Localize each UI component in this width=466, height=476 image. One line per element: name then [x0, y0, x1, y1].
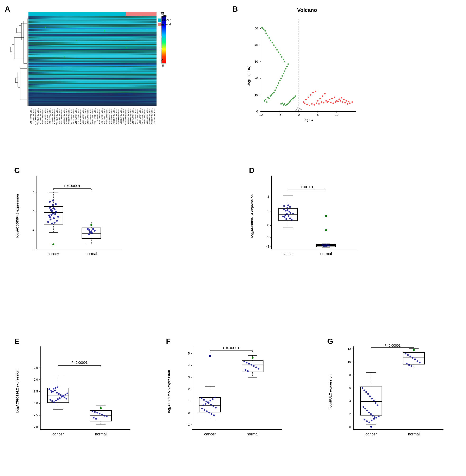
svg-point-586	[407, 354, 409, 356]
svg-text:TCGA-2H-A8YH-01A: TCGA-2H-A8YH-01A	[92, 108, 93, 124]
svg-point-593	[408, 364, 410, 366]
svg-rect-87	[28, 92, 157, 93]
svg-text:3: 3	[188, 375, 190, 379]
svg-rect-72	[28, 72, 157, 73]
heatmap-main	[28, 16, 157, 106]
svg-point-460	[93, 417, 95, 418]
svg-point-428	[58, 393, 60, 395]
svg-point-595	[413, 349, 415, 351]
svg-text:TCGA-2H-A8YC-01A: TCGA-2H-A8YC-01A	[146, 108, 148, 124]
svg-text:TCGA-W6-AA3Z-11A: TCGA-W6-AA3Z-11A	[40, 108, 41, 124]
svg-rect-62	[28, 59, 157, 60]
svg-text:-4: -4	[266, 245, 269, 249]
panel-f-label: F	[166, 337, 171, 346]
svg-text:cancer: cancer	[365, 432, 377, 436]
svg-rect-99	[76, 40, 77, 41]
svg-text:TCGA-W6-AA31-01A: TCGA-W6-AA31-01A	[58, 108, 60, 124]
svg-point-243	[324, 93, 326, 95]
svg-rect-70	[28, 70, 157, 71]
svg-text:6: 6	[33, 190, 34, 194]
svg-point-369	[285, 214, 286, 216]
svg-rect-58	[28, 54, 157, 55]
svg-point-311	[53, 217, 55, 219]
svg-text:cancer: cancer	[48, 252, 59, 256]
svg-point-221	[289, 101, 290, 103]
svg-rect-97	[28, 105, 157, 106]
svg-point-509	[214, 397, 216, 398]
svg-point-461	[95, 418, 97, 420]
svg-text:-log10 ( FDR): -log10 ( FDR)	[247, 65, 251, 86]
svg-rect-91	[28, 97, 157, 98]
svg-point-556	[363, 390, 365, 391]
svg-rect-37	[28, 27, 157, 28]
svg-point-216	[265, 33, 267, 34]
svg-point-242	[322, 95, 323, 97]
svg-point-315	[54, 222, 56, 224]
svg-rect-46	[28, 38, 157, 40]
svg-point-213	[270, 40, 271, 41]
svg-rect-100	[104, 30, 105, 32]
svg-text:TCGA-2H-A8YD-01A: TCGA-2H-A8YD-01A	[144, 108, 146, 124]
svg-point-445	[55, 387, 57, 389]
svg-text:8.5: 8.5	[34, 390, 38, 393]
svg-point-432	[66, 398, 67, 400]
svg-text:TCGA-W6-AA3S-01A: TCGA-W6-AA3S-01A	[66, 108, 67, 125]
svg-point-212	[271, 42, 273, 43]
heatmap-x-labels: TCGA-ZU-A8S5-11A TCGA-W6-AA4U-11A TCGA-W…	[28, 107, 157, 136]
svg-rect-93	[28, 100, 157, 101]
svg-point-336	[91, 232, 93, 234]
svg-text:P<0.00001: P<0.00001	[64, 184, 80, 188]
svg-point-590	[417, 360, 418, 362]
svg-text:TCGA-W6-AA3G-01A: TCGA-W6-AA3G-01A	[125, 108, 127, 125]
svg-point-281	[299, 108, 300, 109]
panel-e-label: E	[14, 337, 19, 346]
svg-text:TCGA-3X-AA04-01A: TCGA-3X-AA04-01A	[94, 108, 96, 124]
svg-point-183	[265, 99, 266, 100]
svg-rect-83	[28, 87, 157, 88]
svg-point-522	[256, 367, 257, 368]
svg-point-196	[279, 80, 280, 81]
svg-point-319	[52, 204, 54, 206]
svg-point-191	[273, 92, 275, 93]
svg-point-557	[365, 391, 367, 393]
svg-point-518	[246, 362, 248, 364]
svg-point-391	[329, 245, 330, 247]
svg-rect-45	[28, 37, 157, 38]
svg-point-226	[294, 95, 296, 97]
svg-rect-57	[28, 53, 157, 54]
svg-text:-10: -10	[258, 113, 263, 117]
svg-text:7.0: 7.0	[34, 425, 38, 429]
svg-text:TCGA-3X-AAV8-01A: TCGA-3X-AAV8-01A	[85, 108, 86, 124]
svg-point-280	[298, 110, 299, 111]
svg-text:TCGA-W6-AA3S-01A: TCGA-W6-AA3S-01A	[153, 108, 155, 125]
svg-rect-68	[28, 67, 157, 68]
svg-text:0: 0	[188, 411, 190, 415]
panel-c-plot: 3 4 5 6	[27, 173, 127, 263]
svg-text:6: 6	[349, 386, 351, 390]
svg-text:0: 0	[267, 223, 269, 227]
svg-point-427	[56, 392, 58, 394]
svg-rect-80	[28, 83, 157, 84]
svg-rect-43	[28, 35, 157, 36]
svg-point-313	[56, 220, 58, 222]
svg-text:TCGA-W6-AA35-01A: TCGA-W6-AA35-01A	[120, 108, 122, 124]
svg-point-272	[347, 103, 348, 105]
svg-rect-102	[126, 47, 127, 48]
legend-normal-label: normal	[162, 23, 171, 26]
svg-point-228	[286, 104, 288, 105]
svg-point-591	[419, 362, 421, 364]
svg-rect-34	[28, 23, 157, 24]
svg-rect-44	[28, 36, 157, 37]
svg-text:TCGA-3X-AAV9-01A: TCGA-3X-AAV9-01A	[42, 108, 44, 124]
svg-point-282	[300, 109, 301, 110]
svg-point-458	[104, 415, 105, 417]
svg-point-507	[210, 400, 211, 402]
svg-point-561	[373, 400, 375, 402]
svg-point-441	[65, 394, 66, 395]
svg-point-248	[336, 100, 338, 102]
svg-point-378	[289, 206, 291, 208]
svg-point-394	[323, 245, 325, 247]
svg-point-224	[292, 98, 294, 99]
svg-point-337	[88, 234, 90, 235]
svg-point-236	[308, 96, 309, 98]
